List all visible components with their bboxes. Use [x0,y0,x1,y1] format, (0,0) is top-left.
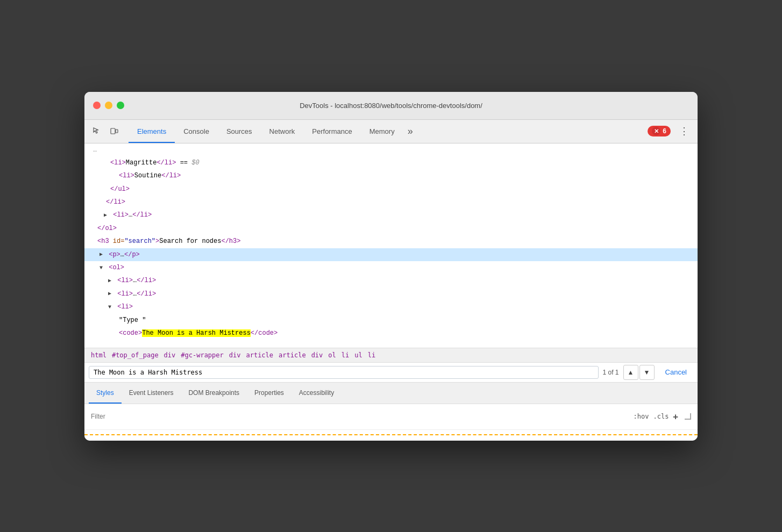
more-tabs-button[interactable]: » [403,120,417,143]
error-badge[interactable]: ✕ 6 [648,126,671,136]
lower-tabs: Styles Event Listeners DOM Breakpoints P… [84,383,698,404]
resize-handle[interactable] [685,413,691,420]
breadcrumb-item[interactable]: div [311,351,323,359]
dom-line[interactable]: </li> [84,196,698,209]
tab-sources[interactable]: Sources [218,120,261,143]
hov-label[interactable]: :hov [634,413,649,420]
expand-icon[interactable]: ▶ [102,211,109,220]
tab-memory[interactable]: Memory [361,120,403,143]
breadcrumb-item[interactable]: article [246,351,273,359]
toolbar-right: ✕ 6 ⋮ [648,125,693,137]
error-count: 6 [663,127,666,135]
styles-panel: :hov .cls + [84,404,698,430]
search-count: 1 of 1 [603,369,619,376]
dom-line[interactable]: </ul> [84,183,698,196]
tab-elements[interactable]: Elements [129,120,175,143]
maximize-button[interactable] [117,102,124,109]
dom-panel: … <li>Magritte</li> == $0 <li>Soutine</l… [84,143,698,348]
dom-line[interactable]: ▶ <li>…</li> [84,209,698,221]
breadcrumb-item[interactable]: html [91,351,106,359]
traffic-lights [93,102,124,109]
breadcrumb-item[interactable]: div [164,351,176,359]
dom-line[interactable]: … [84,143,698,156]
dom-line[interactable]: ▶ <li>…</li> [84,287,698,300]
dom-line[interactable]: <li>Soutine</li> [84,169,698,182]
tab-performance[interactable]: Performance [303,120,360,143]
search-next-button[interactable]: ▼ [639,365,655,380]
dom-line[interactable]: "Type " [84,314,698,327]
search-bar: 1 of 1 ▲ ▼ Cancel [84,363,698,383]
breadcrumb-item[interactable]: #top_of_page [112,351,159,359]
breadcrumb-bar: html #top_of_page div #gc-wrapper div ar… [84,348,698,363]
window-title: DevTools - localhost:8080/web/tools/chro… [300,102,482,110]
tab-event-listeners[interactable]: Event Listeners [122,383,181,404]
dom-line-selected[interactable]: ▶ <p>…</p> [84,248,698,261]
dom-line[interactable]: <li>Magritte</li> == $0 [84,156,698,169]
styles-actions: :hov .cls + [634,412,678,422]
styles-content-area [84,430,698,441]
dom-line[interactable]: ▼ <li> [84,300,698,313]
breadcrumb-item[interactable]: div [229,351,241,359]
toolbar-icons [89,123,122,139]
tab-network[interactable]: Network [261,120,304,143]
breadcrumb-item[interactable]: ol [328,351,336,359]
tab-dom-breakpoints[interactable]: DOM Breakpoints [181,383,247,404]
cancel-button[interactable]: Cancel [659,366,693,378]
device-icon[interactable] [106,123,122,139]
devtools-window: DevTools - localhost:8080/web/tools/chro… [84,92,698,441]
tab-styles[interactable]: Styles [89,383,122,404]
breadcrumb-item[interactable]: article [279,351,306,359]
tab-properties[interactable]: Properties [247,383,292,404]
breadcrumb-item[interactable]: #gc-wrapper [181,351,223,359]
minimize-button[interactable] [105,102,112,109]
tab-accessibility[interactable]: Accessibility [292,383,342,404]
filter-input[interactable] [91,413,627,420]
svg-rect-0 [111,128,115,134]
dom-line[interactable]: <h3 id="search">Search for nodes</h3> [84,235,698,248]
breadcrumb-item[interactable]: ul [354,351,362,359]
breadcrumb-item[interactable]: li [342,351,349,359]
inspect-icon[interactable] [89,123,105,139]
search-prev-button[interactable]: ▲ [623,365,638,380]
main-toolbar: Elements Console Sources Network Perform… [84,120,698,143]
more-menu-button[interactable]: ⋮ [675,125,693,137]
dom-line[interactable]: <code>The Moon is a Harsh Mistress</code… [84,327,698,340]
expand-icon[interactable]: ▶ [97,250,105,259]
close-button[interactable] [93,102,101,109]
titlebar: DevTools - localhost:8080/web/tools/chro… [84,92,698,120]
dom-line[interactable]: ▶ <li>…</li> [84,274,698,287]
breadcrumb-item[interactable]: li [368,351,375,359]
svg-rect-1 [116,130,118,133]
expand-icon[interactable]: ▶ [106,276,113,285]
dom-line[interactable]: ▼ <ol> [84,261,698,274]
search-navigation: ▲ ▼ [623,365,655,380]
element-outline [84,434,698,435]
collapse-icon[interactable]: ▼ [97,263,105,272]
dom-line[interactable]: </ol> [84,222,698,235]
expand-icon[interactable]: ▶ [106,289,113,298]
cls-label[interactable]: .cls [653,413,669,420]
tab-console[interactable]: Console [175,120,218,143]
plus-button[interactable]: + [673,412,678,422]
search-input[interactable] [89,366,599,379]
main-tabs: Elements Console Sources Network Perform… [129,120,648,143]
error-icon: ✕ [652,127,660,135]
collapse-icon[interactable]: ▼ [106,303,113,312]
